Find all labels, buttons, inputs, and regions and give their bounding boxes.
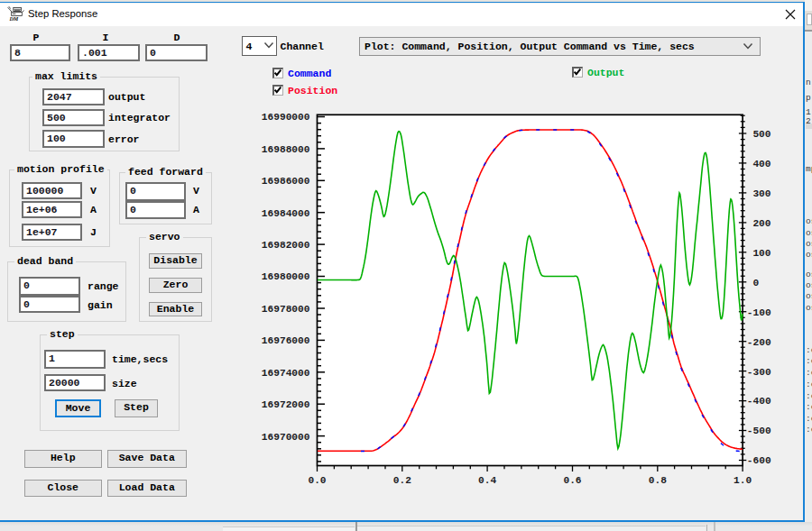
svg-text:-500: -500: [747, 426, 771, 436]
svg-text:16978000: 16978000: [262, 304, 310, 315]
svg-text:0.8: 0.8: [649, 475, 667, 486]
svg-text:16984000: 16984000: [262, 208, 310, 219]
svg-text:16974000: 16974000: [262, 368, 310, 379]
svg-text:400: 400: [752, 159, 770, 169]
svg-text:500: 500: [752, 129, 770, 140]
svg-text:0.0: 0.0: [308, 475, 326, 486]
svg-text:16980000: 16980000: [262, 271, 310, 282]
svg-text:DM: DM: [8, 15, 18, 22]
svg-text:100: 100: [752, 248, 770, 259]
svg-text:300: 300: [752, 188, 770, 199]
svg-text:200: 200: [752, 218, 770, 229]
svg-text:-600: -600: [747, 455, 771, 466]
svg-text:16976000: 16976000: [262, 335, 310, 346]
svg-text:0: 0: [752, 278, 759, 288]
svg-text:0.2: 0.2: [393, 475, 411, 486]
svg-text:16970000: 16970000: [262, 432, 310, 443]
svg-text:16988000: 16988000: [262, 144, 310, 155]
svg-text:0.4: 0.4: [478, 475, 496, 486]
svg-text:-200: -200: [747, 337, 771, 348]
svg-text:-100: -100: [747, 307, 771, 318]
svg-text:0.6: 0.6: [563, 475, 581, 486]
svg-text:1.0: 1.0: [734, 475, 752, 486]
svg-text:-400: -400: [747, 396, 771, 407]
svg-text:16990000: 16990000: [262, 112, 310, 123]
svg-text:-300: -300: [747, 367, 771, 378]
svg-text:16982000: 16982000: [262, 240, 310, 251]
svg-text:16972000: 16972000: [262, 399, 310, 410]
svg-text:16986000: 16986000: [262, 176, 310, 187]
